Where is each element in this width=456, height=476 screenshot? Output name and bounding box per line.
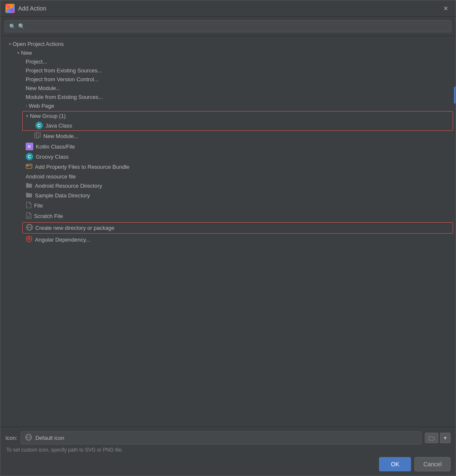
tree-item-web-page[interactable]: › Web Page xyxy=(0,101,456,110)
open-project-actions-label: Open Project Actions xyxy=(13,41,64,47)
list-item[interactable]: Scratch File xyxy=(0,211,456,221)
icon-selector[interactable]: Default icon xyxy=(21,431,422,444)
chevron-down-icon: ▾ xyxy=(17,51,19,55)
item-label: Project... xyxy=(26,59,47,65)
search-bar: 🔍 xyxy=(0,17,456,36)
app-icon xyxy=(5,4,15,13)
java-class-icon: C xyxy=(35,122,43,129)
svg-rect-2 xyxy=(7,9,10,11)
side-accent xyxy=(454,87,456,104)
svg-rect-3 xyxy=(11,9,13,11)
item-label: Create new directory or package xyxy=(35,225,114,231)
scratch-file-icon xyxy=(26,212,32,220)
svg-rect-9 xyxy=(27,165,29,166)
new-module-icon xyxy=(34,132,41,140)
list-item[interactable]: Project from Version Control... xyxy=(0,75,456,84)
java-class-label: Java Class xyxy=(45,122,72,129)
icon-row: Icon: Default icon ▾ xyxy=(5,431,451,444)
item-label: Sample Data Directory xyxy=(35,192,90,199)
svg-rect-10 xyxy=(29,165,31,166)
search-wrapper[interactable]: 🔍 xyxy=(5,20,451,32)
browse-icon-button[interactable] xyxy=(425,433,438,443)
angular-icon xyxy=(26,236,32,244)
title-bar: Add Action × xyxy=(0,0,456,17)
icon-selector-text: Default icon xyxy=(35,435,64,441)
item-label: Kotlin Class/File xyxy=(36,144,75,150)
icon-label: Icon: xyxy=(5,435,17,441)
list-item[interactable]: C Groovy Class xyxy=(0,152,456,162)
globe-icon xyxy=(25,434,32,442)
list-item[interactable]: Add Property Files to Resource Bundle xyxy=(0,162,456,172)
create-directory-group: Create new directory or package xyxy=(22,222,453,234)
item-label: Module from Existing Sources... xyxy=(26,94,103,100)
package-icon xyxy=(26,224,33,232)
item-label: Project from Existing Sources... xyxy=(26,67,102,74)
list-item[interactable]: Android resource file xyxy=(0,172,456,181)
item-label: Android Resource Directory xyxy=(35,183,102,189)
list-item[interactable]: Android Resource Directory xyxy=(0,181,456,191)
cancel-button[interactable]: Cancel xyxy=(414,457,451,471)
tree-item-open-project-actions[interactable]: ▾ Open Project Actions xyxy=(0,40,456,48)
list-item[interactable]: Angular Dependency... xyxy=(0,234,456,245)
folder-icon xyxy=(26,192,32,199)
chevron-down-icon: ▾ xyxy=(9,42,11,46)
list-item[interactable]: Project from Existing Sources... xyxy=(0,66,456,75)
dialog-title: Add Action xyxy=(18,5,46,12)
item-label: Android resource file xyxy=(26,173,76,180)
chevron-right-icon: › xyxy=(26,104,27,108)
list-item[interactable]: New Module... xyxy=(0,131,456,141)
list-item[interactable]: K Kotlin Class/File xyxy=(0,141,456,152)
item-label: Angular Dependency... xyxy=(35,237,90,243)
svg-rect-1 xyxy=(11,5,13,8)
kotlin-icon: K xyxy=(26,143,33,150)
ok-button[interactable]: OK xyxy=(379,457,411,471)
close-button[interactable]: × xyxy=(441,4,451,13)
list-item[interactable]: New Module... xyxy=(0,84,456,93)
item-label: Add Property Files to Resource Bundle xyxy=(35,164,130,170)
dropdown-icon-button[interactable]: ▾ xyxy=(440,433,451,443)
search-input[interactable] xyxy=(18,23,447,29)
title-bar-left: Add Action xyxy=(5,4,46,13)
icon-hint: To set custom icon, specify path to SVG … xyxy=(5,447,451,453)
item-label: New Module... xyxy=(26,85,61,91)
list-item[interactable]: Sample Data Directory xyxy=(0,191,456,200)
add-action-dialog: Add Action × 🔍 ▾ Open Project Actions ▾ … xyxy=(0,0,456,476)
tree-item-new-group[interactable]: ▾ New Group (1) xyxy=(23,112,453,120)
tree-item-new[interactable]: ▾ New xyxy=(0,48,456,57)
bottom-section: Icon: Default icon ▾ xyxy=(0,427,456,476)
tree-item-create-directory[interactable]: Create new directory or package xyxy=(23,223,453,233)
item-label: New Module... xyxy=(43,133,78,139)
tree-item-java-class[interactable]: C Java Class xyxy=(23,120,453,130)
item-label: Groovy Class xyxy=(36,154,69,160)
item-label: Scratch File xyxy=(34,213,63,219)
file-icon xyxy=(26,202,32,210)
list-item[interactable]: File xyxy=(0,200,456,211)
tree-container: ▾ Open Project Actions ▾ New Project... … xyxy=(0,36,456,427)
list-item[interactable]: Project... xyxy=(0,57,456,66)
item-label: File xyxy=(34,202,43,209)
button-row: OK Cancel xyxy=(5,457,451,471)
new-java-class-group: ▾ New Group (1) C Java Class xyxy=(22,111,453,131)
property-icon xyxy=(26,163,32,171)
chevron-down-icon: ▾ xyxy=(26,114,28,118)
svg-rect-0 xyxy=(7,5,10,8)
folder-icon xyxy=(26,182,32,189)
new-group-label: New Group (1) xyxy=(30,113,66,119)
search-icon: 🔍 xyxy=(9,24,16,29)
web-page-label: Web Page xyxy=(29,103,54,109)
list-item[interactable]: Module from Existing Sources... xyxy=(0,93,456,101)
new-label: New xyxy=(21,50,32,56)
groovy-icon: C xyxy=(26,153,33,160)
item-label: Project from Version Control... xyxy=(26,76,98,82)
icon-buttons: ▾ xyxy=(425,433,451,443)
svg-point-11 xyxy=(28,216,29,218)
